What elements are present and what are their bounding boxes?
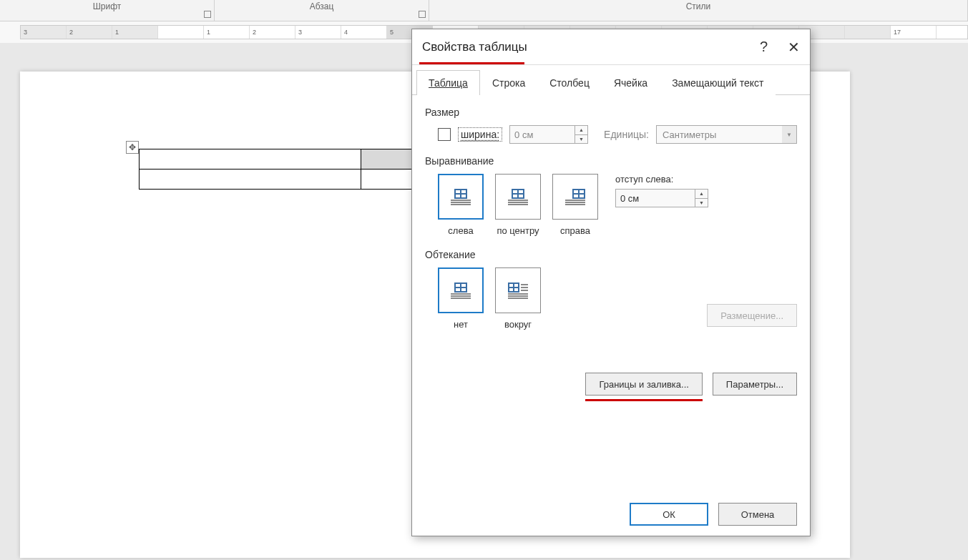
mid-button-row: Границы и заливка... Параметры...: [425, 373, 797, 396]
document-table[interactable]: [139, 149, 426, 190]
wrap-around-label: вокруг: [504, 319, 532, 330]
spin-down-icon[interactable]: ▼: [695, 199, 708, 207]
borders-underline-annotation: [585, 399, 702, 401]
paragraph-dialog-launcher-icon[interactable]: [419, 11, 426, 18]
positioning-button: Размещение...: [707, 304, 797, 327]
align-right-label: справа: [560, 225, 590, 236]
width-checkbox[interactable]: [438, 128, 451, 141]
table-move-handle-icon[interactable]: ✥: [126, 141, 139, 154]
tab-table[interactable]: Таблица: [416, 70, 480, 95]
dialog-title: Свойства таблицы: [422, 40, 527, 54]
indent-label: отступ слева:: [615, 174, 708, 185]
table-cell[interactable]: [140, 149, 361, 170]
spin-up-icon[interactable]: ▲: [695, 190, 708, 199]
spin-up-icon[interactable]: ▲: [575, 126, 587, 135]
chevron-down-icon: ▼: [782, 126, 796, 143]
help-button[interactable]: ?: [760, 39, 768, 55]
ruler-mark: 17: [891, 26, 937, 39]
spin-down-icon[interactable]: ▼: [575, 135, 587, 144]
indent-column: отступ слева: ▲▼: [615, 174, 708, 236]
table-row: [140, 149, 426, 170]
options-label: Параметры...: [726, 379, 783, 390]
ribbon-group-styles: Стили: [429, 0, 968, 21]
align-center-option[interactable]: [495, 174, 541, 220]
options-button[interactable]: Параметры...: [713, 373, 797, 396]
ribbon-group-styles-label: Стили: [686, 1, 711, 11]
tab-row[interactable]: Строка: [480, 70, 537, 95]
align-center-icon: [508, 189, 528, 205]
size-row: ширина: ▲▼ Единицы: Сантиметры ▼: [438, 125, 797, 144]
ribbon-group-paragraph: Абзац: [215, 0, 429, 21]
units-value: Сантиметры: [663, 129, 716, 140]
wrap-none-icon: [451, 283, 471, 299]
title-underline-annotation: [419, 62, 524, 64]
tab-column[interactable]: Столбец: [537, 70, 602, 95]
tab-alttext[interactable]: Замещающий текст: [660, 70, 776, 95]
borders-shading-button[interactable]: Границы и заливка...: [585, 373, 702, 396]
wrap-around-icon: [508, 283, 528, 299]
tab-cell[interactable]: Ячейка: [602, 70, 660, 95]
table-cell[interactable]: [140, 170, 361, 190]
align-center-label: по центру: [497, 225, 539, 236]
indent-spinner[interactable]: ▲▼: [615, 189, 708, 207]
cancel-button[interactable]: Отмена: [718, 503, 797, 526]
ok-button[interactable]: ОК: [630, 503, 708, 526]
table-row: [140, 170, 426, 190]
ruler-mark: 3: [21, 26, 67, 39]
width-spinner[interactable]: ▲▼: [509, 125, 588, 144]
ruler-mark: 2: [67, 26, 112, 39]
alignment-row: слева по центру справа отступ слева:: [438, 174, 797, 236]
table-properties-dialog: Свойства таблицы ? ✕ Таблица Строка Стол…: [411, 29, 811, 536]
wrap-none-option[interactable]: [438, 267, 484, 313]
ribbon-group-paragraph-label: Абзац: [310, 1, 334, 11]
align-right-option[interactable]: [552, 174, 598, 220]
borders-shading-label: Границы и заливка...: [599, 379, 688, 390]
ruler-mark: 3: [295, 26, 341, 39]
wrap-section-label: Обтекание: [425, 249, 797, 260]
ruler-mark: 2: [250, 26, 295, 39]
ruler-mark: 4: [341, 26, 387, 39]
units-label: Единицы:: [604, 129, 649, 140]
alignment-section-label: Выравнивание: [425, 155, 797, 167]
ruler-mark: [158, 26, 204, 39]
wrap-none-label: нет: [454, 319, 468, 330]
align-right-icon: [565, 189, 585, 205]
ruler-mark: 1: [112, 26, 158, 39]
width-label: ширина:: [458, 127, 502, 142]
ok-label: ОК: [663, 509, 675, 520]
ruler-mark: [845, 26, 891, 39]
ribbon-group-font: Шрифт: [0, 0, 215, 21]
cancel-label: Отмена: [741, 509, 775, 520]
dialog-body: Размер ширина: ▲▼ Единицы: Сантиметры ▼ …: [412, 95, 810, 493]
wrap-around-option[interactable]: [495, 267, 541, 313]
align-left-option[interactable]: [438, 174, 484, 220]
dialog-footer: ОК Отмена: [412, 493, 810, 536]
width-input[interactable]: [510, 126, 575, 143]
ribbon-group-labels: Шрифт Абзац Стили: [0, 0, 968, 21]
align-left-icon: [451, 189, 471, 205]
units-select[interactable]: Сантиметры ▼: [656, 125, 797, 144]
indent-input[interactable]: [616, 190, 695, 207]
ribbon-group-font-label: Шрифт: [93, 1, 121, 11]
close-button[interactable]: ✕: [788, 39, 800, 56]
dialog-tabs: Таблица Строка Столбец Ячейка Замещающий…: [412, 65, 810, 95]
size-section-label: Размер: [425, 107, 797, 118]
align-left-label: слева: [448, 225, 473, 236]
wrap-row: нет вокруг Размещение...: [438, 267, 797, 330]
dialog-titlebar: Свойства таблицы ? ✕: [412, 29, 810, 65]
positioning-button-label: Размещение...: [720, 310, 783, 321]
ruler-mark: 1: [204, 26, 250, 39]
font-dialog-launcher-icon[interactable]: [204, 11, 211, 18]
